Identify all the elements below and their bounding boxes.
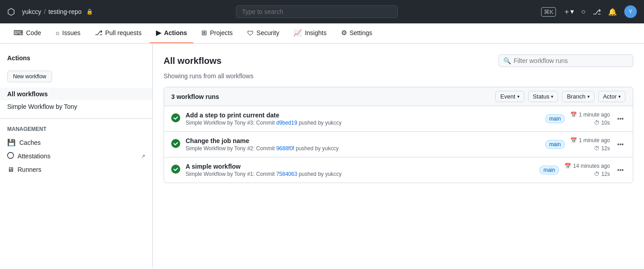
breadcrumb-user[interactable]: yukccy — [22, 8, 41, 15]
attestations-label: Attestations — [18, 152, 50, 160]
main-content: All workflows 🔍 Showing runs from all wo… — [153, 44, 644, 268]
sidebar-management-section: 💾 Caches Attestations ↗ 🖥 Runners — [0, 134, 152, 178]
pr-icon[interactable]: ⎇ — [593, 8, 601, 16]
repo-nav-projects[interactable]: ⊞ Projects — [195, 23, 239, 43]
sidebar-divider — [0, 118, 152, 119]
repo-nav-code[interactable]: ⌨ Code — [7, 23, 47, 43]
sidebar-workflows-section: All workflows Simple Workflow by Tony — [0, 86, 152, 115]
repo-nav-issues[interactable]: ○ Issues — [49, 24, 87, 43]
sidebar-item-caches[interactable]: 💾 Caches — [0, 136, 152, 149]
run-duration-1: 10s — [601, 120, 610, 126]
event-chevron-icon: ▾ — [517, 94, 520, 99]
event-filter-button[interactable]: Event ▾ — [495, 91, 524, 102]
code-icon: ⌨ — [13, 29, 23, 37]
run-info-2: Change the job name Simple Workflow by T… — [186, 137, 540, 152]
run-title[interactable]: Add a step to print current date — [186, 112, 540, 119]
command-palette-icon[interactable]: ⌘K — [541, 7, 556, 17]
run-commit-link-1[interactable]: d9bed19 — [276, 120, 298, 126]
run-title-2[interactable]: Change the job name — [186, 137, 540, 144]
main-layout: Actions New workflow All workflows Simpl… — [0, 44, 644, 268]
showing-runs-text: Showing runs from all workflows — [164, 72, 633, 80]
new-workflow-button[interactable]: New workflow — [7, 71, 52, 82]
sidebar-item-attestations[interactable]: Attestations ↗ — [0, 149, 152, 163]
avatar[interactable]: Y — [624, 5, 637, 18]
run-meta-text-3: Simple Workflow by Tony #1: Commit — [186, 171, 276, 177]
run-success-icon-3 — [171, 165, 180, 176]
run-time-ago-row-3: 📅 14 minutes ago — [564, 163, 610, 169]
gear-icon: ⚙ — [341, 29, 347, 37]
run-branch-badge-1[interactable]: main — [545, 114, 565, 123]
runs-count: 3 workflow runs — [171, 93, 219, 100]
svg-point-0 — [171, 113, 180, 122]
run-more-button-3[interactable]: ••• — [615, 165, 626, 175]
run-info-3: A simple workflow Simple Workflow by Ton… — [186, 163, 534, 177]
run-meta: Simple Workflow by Tony #3: Commit d9bed… — [186, 120, 540, 126]
runs-filter-buttons: Event ▾ Status ▾ Branch ▾ Actor ▾ — [495, 91, 626, 102]
table-row: Change the job name Simple Workflow by T… — [164, 132, 633, 157]
run-more-button-2[interactable]: ••• — [615, 139, 626, 150]
repo-nav-settings[interactable]: ⚙ Settings — [335, 23, 379, 43]
insights-icon: 📈 — [293, 29, 302, 37]
management-label: Management — [0, 122, 152, 134]
repo-nav-actions[interactable]: ▶ Actions — [150, 23, 193, 43]
run-duration-row-1: ⏱ 10s — [594, 120, 610, 126]
svg-point-1 — [171, 139, 180, 148]
table-row: A simple workflow Simple Workflow by Ton… — [164, 157, 633, 183]
filter-input[interactable] — [514, 57, 628, 64]
caches-icon: 💾 — [7, 139, 16, 147]
github-logo-icon: ⬡ — [7, 6, 15, 17]
runners-icon: 🖥 — [7, 166, 14, 173]
sidebar-item-all-workflows[interactable]: All workflows — [0, 88, 152, 100]
branch-filter-button[interactable]: Branch ▾ — [562, 91, 594, 102]
run-meta-text-1: Simple Workflow by Tony #3: Commit — [186, 120, 276, 126]
nav-icons: ⌘K ＋▾ ○ ⎇ 🔔 Y — [541, 5, 637, 18]
projects-icon: ⊞ — [201, 29, 207, 37]
notification-icon[interactable]: 🔔 — [608, 8, 617, 16]
filter-box: 🔍 — [498, 54, 633, 67]
repo-nav-pullrequests[interactable]: ⎇ Pull requests — [89, 23, 148, 43]
run-branch-badge-2[interactable]: main — [545, 140, 565, 149]
run-time-info-3: 📅 14 minutes ago ⏱ 12s — [564, 163, 610, 177]
status-filter-label: Status — [533, 93, 550, 100]
branch-chevron-icon: ▾ — [587, 94, 590, 99]
run-branch-badge-3[interactable]: main — [539, 166, 559, 175]
run-pushed-3: pushed by yukccy — [297, 171, 342, 177]
status-filter-button[interactable]: Status ▾ — [528, 91, 559, 102]
repo-nav-insights[interactable]: 📈 Insights — [287, 23, 333, 43]
top-nav: ⬡ yukccy / testing-repo 🔒 ⌘K ＋▾ ○ ⎇ 🔔 Y — [0, 0, 644, 23]
clock-icon-2: ⏱ — [594, 145, 600, 152]
run-pushed-2: pushed by yukccy — [294, 145, 339, 152]
svg-point-2 — [171, 165, 180, 174]
actions-icon: ▶ — [156, 29, 161, 37]
run-title-3[interactable]: A simple workflow — [186, 163, 534, 170]
sidebar-item-simple-workflow[interactable]: Simple Workflow by Tony — [0, 100, 152, 113]
run-time-ago-3: 14 minutes ago — [573, 163, 610, 169]
all-workflows-label: All workflows — [7, 90, 48, 98]
issue-icon[interactable]: ○ — [581, 8, 586, 16]
plus-icon[interactable]: ＋▾ — [563, 7, 574, 17]
runners-label: Runners — [18, 166, 41, 173]
run-meta-2: Simple Workflow by Tony #2: Commit 9688f… — [186, 145, 540, 152]
search-input[interactable] — [236, 5, 398, 18]
page-title: All workflows — [164, 56, 222, 66]
run-commit-link-2[interactable]: 9688f0f — [276, 145, 294, 152]
status-chevron-icon: ▾ — [551, 94, 553, 99]
repo-nav-security[interactable]: 🛡 Security — [241, 24, 286, 43]
pr-nav-icon: ⎇ — [95, 29, 102, 37]
sidebar-item-runners[interactable]: 🖥 Runners — [0, 163, 152, 176]
run-info: Add a step to print current date Simple … — [186, 112, 540, 126]
branch-filter-label: Branch — [567, 93, 585, 100]
search-icon: 🔍 — [503, 57, 511, 64]
table-row: Add a step to print current date Simple … — [164, 106, 633, 132]
actor-filter-button[interactable]: Actor ▾ — [598, 91, 626, 102]
run-time-ago-2: 1 minute ago — [579, 137, 610, 143]
run-duration-row-3: ⏱ 12s — [594, 171, 610, 177]
attestations-external-icon: ↗ — [141, 153, 145, 159]
run-commit-link-3[interactable]: 7584063 — [276, 171, 298, 177]
run-meta-text-2: Simple Workflow by Tony #2: Commit — [186, 145, 276, 152]
run-more-button-1[interactable]: ••• — [615, 113, 626, 124]
content-header: All workflows 🔍 — [164, 54, 633, 67]
breadcrumb-repo[interactable]: testing-repo — [49, 8, 82, 15]
run-meta-3: Simple Workflow by Tony #1: Commit 75840… — [186, 171, 534, 177]
runs-container: 3 workflow runs Event ▾ Status ▾ Branch … — [164, 87, 633, 183]
